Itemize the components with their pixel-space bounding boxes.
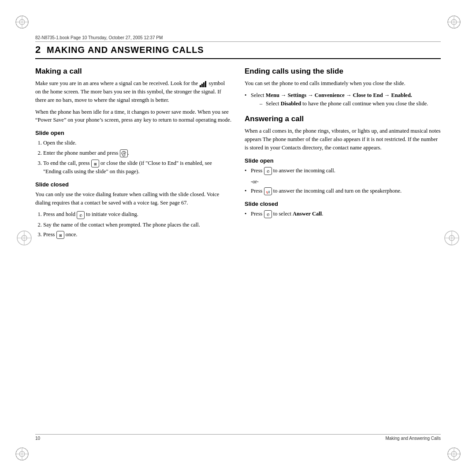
making-call-title: Making a call bbox=[35, 67, 231, 76]
slide-open-step2: Enter the phone number and press ✆ . bbox=[43, 149, 231, 157]
footer-bar: 10 Making and Answering Calls bbox=[35, 434, 441, 441]
footer-chapter-name: Making and Answering Calls bbox=[385, 436, 441, 441]
chapter-title: Making and Answering Calls bbox=[47, 45, 204, 55]
svg-rect-31 bbox=[205, 81, 206, 87]
answering-title: Answering a call bbox=[245, 115, 441, 123]
answering-closed-item1: Press ✆ to select Answer Call. bbox=[245, 210, 441, 218]
ending-calls-nested-item1: Select Disabled to have the phone call c… bbox=[260, 100, 441, 108]
ending-calls-list: Select Menu → Settings → Convenience → C… bbox=[245, 91, 441, 108]
answering-slide-open-title: Slide open bbox=[245, 157, 441, 164]
svg-text:✆: ✆ bbox=[266, 170, 269, 174]
ending-calls-nested: Select Disabled to have the phone call c… bbox=[260, 100, 441, 108]
left-column: Making a call Make sure you are in an ar… bbox=[35, 67, 231, 242]
end-call-icon: ⊠ bbox=[56, 231, 64, 239]
footer-page-number: 10 bbox=[35, 436, 40, 441]
slide-open-title: Slide open bbox=[35, 130, 231, 136]
speakerphone-icon: 📢 bbox=[264, 187, 272, 195]
chapter-heading: 2 Making and Answering Calls bbox=[35, 44, 441, 59]
making-call-intro2: When the phone has been idle for a time,… bbox=[35, 108, 231, 125]
menu-path: Menu → Settings → Convenience → Close to… bbox=[266, 92, 412, 98]
slide-open-step1: Open the slide. bbox=[43, 139, 231, 147]
answer-call-icon: ✆ bbox=[264, 167, 272, 175]
answering-body: When a call comes in, the phone rings, v… bbox=[245, 127, 441, 152]
svg-text:📢: 📢 bbox=[266, 190, 270, 193]
svg-text:⊠: ⊠ bbox=[93, 162, 97, 166]
slide-closed-body: You can only use the voice dialing featu… bbox=[35, 190, 231, 207]
side-mark-left bbox=[13, 227, 35, 249]
ending-calls-title: Ending calls using the slide bbox=[245, 67, 441, 76]
ending-calls-item1: Select Menu → Settings → Convenience → C… bbox=[245, 91, 441, 108]
chapter-number: 2 bbox=[35, 44, 41, 55]
page: 82-N8735-1.book Page 10 Thursday, Octobe… bbox=[0, 0, 476, 476]
signal-icon bbox=[199, 80, 207, 88]
svg-rect-29 bbox=[201, 84, 203, 87]
header-bar: 82-N8735-1.book Page 10 Thursday, Octobe… bbox=[35, 35, 441, 42]
slide-closed-step1: Press and hold ✆ to initiate voice diali… bbox=[43, 210, 231, 219]
svg-rect-30 bbox=[203, 82, 205, 87]
answering-open-item1: Press ✆ to answer the incoming call. bbox=[245, 167, 441, 175]
svg-text:⊠: ⊠ bbox=[59, 234, 62, 238]
answering-slide-closed-list: Press ✆ to select Answer Call. bbox=[245, 210, 441, 218]
or-text: -or- bbox=[251, 178, 441, 185]
call-send-icon: ✆ bbox=[120, 149, 128, 157]
svg-text:✆: ✆ bbox=[123, 152, 125, 155]
answering-slide-closed-title: Slide closed bbox=[245, 201, 441, 207]
answering-slide-open-list: Press ✆ to answer the incoming call. bbox=[245, 167, 441, 175]
slide-closed-steps: Press and hold ✆ to initiate voice diali… bbox=[43, 210, 231, 239]
slide-closed-title: Slide closed bbox=[35, 181, 231, 188]
slide-closed-step3: Press ⊠ once. bbox=[43, 231, 231, 239]
answering-slide-open-list2: Press 📢 to answer the incoming call and … bbox=[245, 187, 441, 195]
slide-closed-step2: Say the name of the contact when prompte… bbox=[43, 221, 231, 229]
main-content: 2 Making and Answering Calls Making a ca… bbox=[35, 44, 441, 432]
ending-calls-body: You can set the phone to end calls immed… bbox=[245, 79, 441, 88]
svg-text:✆: ✆ bbox=[79, 214, 82, 218]
right-column: Ending calls using the slide You can set… bbox=[245, 67, 441, 242]
side-mark-right bbox=[441, 227, 463, 249]
slide-open-step3: To end the call, press ⊠ or close the sl… bbox=[43, 159, 231, 176]
voice-dial-icon: ✆ bbox=[77, 211, 85, 219]
header-text: 82-N8735-1.book Page 10 Thursday, Octobe… bbox=[35, 35, 163, 40]
answering-open-item2: Press 📢 to answer the incoming call and … bbox=[245, 187, 441, 195]
answer-call-closed-icon: ✆ bbox=[264, 210, 272, 218]
columns-container: Making a call Make sure you are in an ar… bbox=[35, 67, 441, 242]
svg-rect-28 bbox=[200, 85, 201, 87]
svg-text:✆: ✆ bbox=[266, 213, 269, 217]
slide-open-steps: Open the slide. Enter the phone number a… bbox=[43, 139, 231, 176]
making-call-intro1: Make sure you are in an area where a sig… bbox=[35, 79, 231, 104]
call-end-icon: ⊠ bbox=[91, 160, 99, 167]
